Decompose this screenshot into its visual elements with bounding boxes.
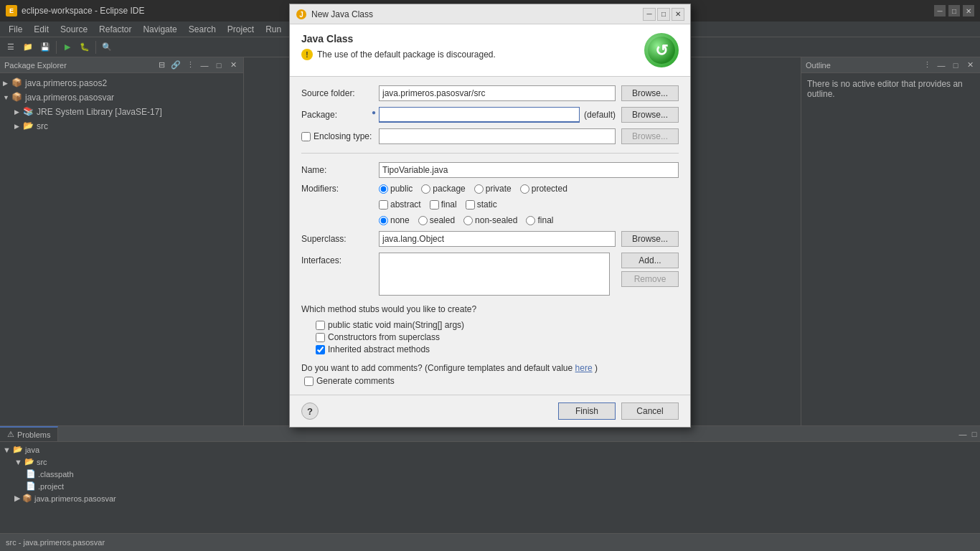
- dialog-header: Java Class ! The use of the default pack…: [290, 24, 690, 77]
- dialog-body: Source folder: Browse... Package: ● (def…: [290, 77, 690, 395]
- interfaces-add-btn[interactable]: Add...: [621, 253, 679, 268]
- dialog-maximize-btn[interactable]: □: [657, 8, 670, 21]
- dialog-icon: J: [296, 9, 307, 20]
- stub-constructors[interactable]: Constructors from superclass: [316, 332, 679, 342]
- package-warning-icon: ●: [372, 108, 376, 116]
- generate-comments-label: Generate comments: [316, 376, 395, 386]
- enclosing-type-checkbox[interactable]: [301, 132, 311, 141]
- superclass-browse-btn[interactable]: Browse...: [621, 231, 679, 247]
- here-link[interactable]: here: [575, 363, 593, 373]
- modifier-abstract[interactable]: abstract: [379, 199, 421, 209]
- warning-text: The use of the default package is discou…: [317, 50, 496, 60]
- name-row: Name:: [301, 162, 679, 178]
- source-folder-input[interactable]: [379, 85, 616, 101]
- stub-inherited[interactable]: Inherited abstract methods: [316, 344, 679, 354]
- svg-text:J: J: [299, 11, 303, 19]
- package-row: Package: ● (default) Browse...: [301, 107, 679, 123]
- source-folder-browse-btn[interactable]: Browse...: [621, 85, 679, 101]
- comments-section: Do you want to add comments? (Configure …: [301, 363, 679, 386]
- modifier-public[interactable]: public: [379, 184, 413, 194]
- stub-inherited-label: Inherited abstract methods: [328, 344, 430, 354]
- svg-text:↺: ↺: [655, 42, 668, 60]
- modifiers-row-2: abstract final static: [301, 199, 679, 209]
- dialog-close-btn[interactable]: ✕: [672, 8, 684, 21]
- modifier-none[interactable]: none: [379, 215, 410, 225]
- modifier-final-cb[interactable]: final: [430, 199, 457, 209]
- new-java-class-dialog: J New Java Class ─ □ ✕ Java Class ! The …: [289, 4, 691, 428]
- comments-question: Do you want to add comments? (Configure …: [301, 363, 679, 373]
- warning-icon: !: [301, 49, 313, 60]
- dialog-header-title: Java Class: [301, 33, 636, 44]
- separator-1: [301, 153, 679, 154]
- visibility-radio-group: public package private protected: [379, 184, 567, 194]
- package-input[interactable]: [379, 107, 580, 123]
- sealed-radio-group: none sealed non-sealed final: [379, 215, 553, 225]
- modifier-final-radio[interactable]: final: [526, 215, 553, 225]
- source-folder-row: Source folder: Browse...: [301, 85, 679, 101]
- name-input[interactable]: [379, 162, 679, 178]
- modifiers-row-1: Modifiers: public package private prot: [301, 184, 679, 194]
- finish-btn[interactable]: Finish: [558, 402, 616, 420]
- dialog-logo: ↺: [644, 33, 679, 67]
- stubs-group: public static void main(String[] args) C…: [301, 320, 679, 354]
- enclosing-type-row: Enclosing type: Browse...: [301, 128, 679, 144]
- modifiers-row-3: none sealed non-sealed final: [301, 215, 679, 225]
- modifier-private[interactable]: private: [474, 184, 512, 194]
- dialog-overlay: J New Java Class ─ □ ✕ Java Class ! The …: [0, 0, 980, 551]
- modifiers-label: Modifiers:: [301, 184, 373, 194]
- interfaces-label: Interfaces:: [301, 255, 373, 265]
- stub-constructors-label: Constructors from superclass: [328, 332, 440, 342]
- interfaces-textarea[interactable]: [379, 253, 610, 296]
- dialog-titlebar: J New Java Class ─ □ ✕: [290, 4, 690, 24]
- cancel-btn[interactable]: Cancel: [621, 402, 679, 420]
- superclass-label: Superclass:: [301, 234, 373, 244]
- package-browse-btn[interactable]: Browse...: [621, 107, 679, 123]
- interfaces-buttons: Add... Remove: [621, 253, 679, 287]
- dialog-window-controls: ─ □ ✕: [643, 8, 684, 21]
- modifier-package[interactable]: package: [421, 184, 465, 194]
- stub-main[interactable]: public static void main(String[] args): [316, 320, 679, 330]
- method-stubs-question: Which method stubs would you like to cre…: [301, 304, 679, 314]
- enclosing-type-label: Enclosing type:: [301, 131, 373, 141]
- generate-comments-cb[interactable]: Generate comments: [301, 376, 679, 386]
- superclass-row: Superclass: Browse...: [301, 231, 679, 247]
- extra-modifiers-group: abstract final static: [379, 199, 497, 209]
- stub-main-label: public static void main(String[] args): [328, 320, 464, 330]
- name-label: Name:: [301, 165, 373, 175]
- enclosing-type-input[interactable]: [379, 128, 616, 144]
- superclass-input[interactable]: [379, 231, 616, 247]
- dialog-header-content: Java Class ! The use of the default pack…: [301, 33, 636, 60]
- interfaces-remove-btn[interactable]: Remove: [621, 271, 679, 287]
- dialog-title: New Java Class: [311, 9, 639, 19]
- modifier-non-sealed[interactable]: non-sealed: [463, 215, 517, 225]
- modifier-protected[interactable]: protected: [520, 184, 567, 194]
- help-btn[interactable]: ?: [301, 402, 319, 420]
- modifier-static[interactable]: static: [466, 199, 497, 209]
- package-default-label: (default): [584, 110, 616, 120]
- dialog-footer: ? Finish Cancel: [290, 395, 690, 427]
- dialog-minimize-btn[interactable]: ─: [643, 8, 656, 21]
- interfaces-row: Interfaces: Add... Remove: [301, 253, 679, 296]
- source-folder-label: Source folder:: [301, 88, 373, 98]
- modifier-sealed[interactable]: sealed: [418, 215, 455, 225]
- enclosing-type-browse-btn[interactable]: Browse...: [621, 128, 679, 144]
- dialog-header-warning: ! The use of the default package is disc…: [301, 49, 636, 60]
- package-label: Package:: [301, 110, 373, 120]
